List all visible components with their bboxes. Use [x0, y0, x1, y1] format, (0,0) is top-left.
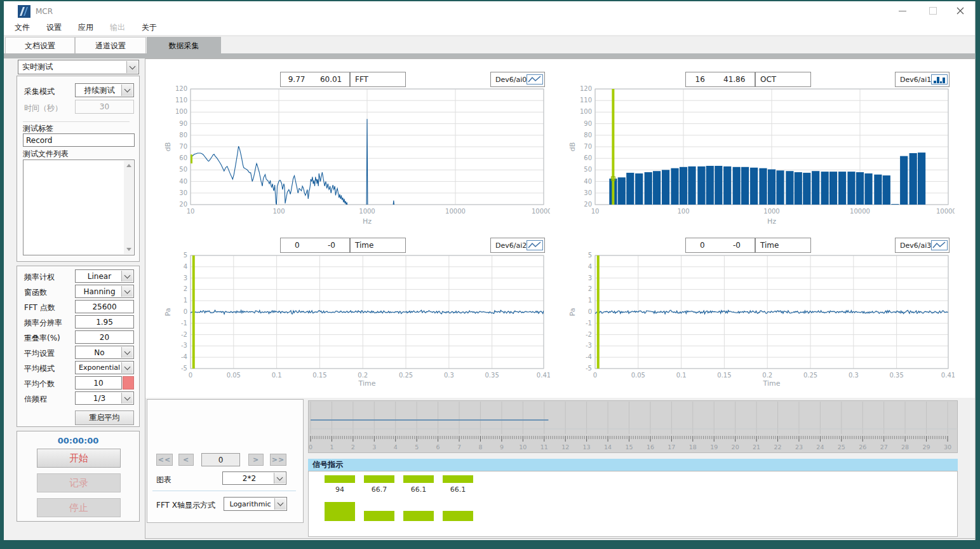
svg-text:110: 110 [175, 97, 187, 104]
menu-about[interactable]: 关于 [133, 20, 165, 36]
filelist-label: 测试文件列表 [23, 149, 69, 159]
signal-level-value: 66.1 [403, 485, 434, 494]
time-chart-ai2[interactable]: -5-4-3-2-101234500.050.10.150.20.250.30.… [163, 252, 550, 393]
svg-text:29: 29 [923, 444, 930, 451]
scroll-down-button[interactable] [124, 245, 133, 254]
svg-text:80: 80 [584, 132, 592, 139]
line-chart-icon [527, 74, 543, 85]
minimize-button[interactable] [888, 1, 917, 20]
svg-text:0.05: 0.05 [631, 372, 645, 379]
fft-points-input[interactable] [75, 300, 134, 313]
oct-channel-box[interactable]: Dev6/ai1 [895, 72, 950, 87]
nav-last-button[interactable]: >> [270, 454, 286, 466]
signal-level-bar-top [403, 475, 434, 483]
average-count-input[interactable] [75, 376, 122, 390]
nav-first-button[interactable]: << [156, 454, 173, 466]
average-mode-label: 平均模式 [24, 363, 55, 374]
svg-text:80: 80 [179, 132, 187, 139]
fft-channel-box[interactable]: Dev6/ai0 [490, 72, 545, 87]
svg-text:21: 21 [753, 444, 760, 451]
nav-prev-button[interactable]: < [178, 454, 194, 466]
overlap-input[interactable] [75, 330, 134, 344]
time2-channel-box[interactable]: Dev6/ai2 [490, 238, 545, 253]
test-file-list[interactable] [23, 159, 135, 255]
window-function-select[interactable]: Hanning [75, 285, 134, 298]
tab-document-settings[interactable]: 文档设置 [5, 37, 75, 54]
svg-text:-5: -5 [181, 365, 187, 372]
svg-text:0.15: 0.15 [312, 372, 326, 379]
svg-text:Hz: Hz [363, 217, 372, 226]
app-logo-icon [18, 5, 30, 18]
svg-text:Pa: Pa [568, 308, 577, 316]
svg-text:30: 30 [179, 189, 187, 196]
signal-level-value: 94 [325, 485, 355, 494]
record-timeline[interactable]: 0123456789101112131415161718192021222324… [308, 400, 958, 453]
svg-text:10: 10 [519, 444, 527, 451]
svg-text:Time: Time [358, 379, 376, 388]
file-list-scrollbar[interactable] [124, 161, 133, 254]
svg-text:50: 50 [584, 166, 592, 173]
fft-chart[interactable]: 2030405060708090100110120101001000100001… [163, 86, 550, 231]
svg-text:0.1: 0.1 [272, 372, 282, 379]
time3-title-box[interactable]: Time [755, 238, 811, 253]
time2-title-box[interactable]: Time [350, 238, 406, 253]
svg-text:-1: -1 [586, 320, 592, 327]
restart-average-button[interactable]: 重启平均 [75, 410, 134, 425]
svg-text:-3: -3 [586, 342, 592, 349]
nav-next-button[interactable]: > [248, 454, 264, 466]
line-chart-icon [931, 240, 948, 250]
svg-text:11: 11 [540, 444, 548, 451]
chart-layout-label: 图表 [156, 475, 171, 485]
menu-separator [4, 36, 975, 36]
svg-text:1: 1 [588, 297, 592, 304]
svg-text:3: 3 [588, 274, 592, 281]
average-count-flag [123, 376, 134, 390]
close-button[interactable] [946, 1, 975, 20]
svg-text:9: 9 [500, 444, 504, 451]
average-setting-select[interactable]: No [75, 346, 134, 359]
svg-text:12: 12 [561, 444, 569, 451]
chart-layout-select[interactable]: 2*2 [222, 471, 286, 485]
octave-chart[interactable]: 2030405060708090100110120101001000100001… [567, 86, 955, 231]
menu-application[interactable]: 应用 [70, 20, 102, 36]
svg-text:0: 0 [189, 372, 192, 379]
svg-text:0.25: 0.25 [399, 372, 413, 379]
time3-channel-box[interactable]: Dev6/ai3 [895, 238, 950, 253]
signal-level-bar-bottom [364, 511, 394, 521]
svg-text:4: 4 [184, 263, 187, 270]
svg-text:10000: 10000 [850, 208, 870, 215]
svg-text:40: 40 [179, 178, 187, 185]
svg-text:1000: 1000 [763, 208, 779, 215]
menu-file[interactable]: 文件 [6, 20, 38, 36]
freq-weighting-select[interactable]: Linear [75, 269, 134, 283]
scroll-up-button[interactable] [124, 161, 133, 170]
svg-text:10000: 10000 [445, 208, 466, 215]
svg-text:22: 22 [774, 444, 781, 451]
svg-text:0.41: 0.41 [537, 372, 550, 379]
oct-title-box[interactable]: OCT [755, 72, 811, 87]
signal-level-bar-top [443, 475, 473, 483]
freq-resolution-input[interactable] [75, 315, 134, 329]
average-mode-select[interactable]: Exponential [75, 361, 134, 374]
svg-text:15: 15 [625, 444, 633, 451]
time-chart-ai3[interactable]: -5-4-3-2-101234500.050.10.150.20.250.30.… [567, 252, 955, 393]
svg-text:2: 2 [588, 285, 592, 292]
chevron-down-icon [121, 85, 133, 96]
fft-x-axis-select[interactable]: Logarithmic [224, 497, 287, 511]
start-button[interactable]: 开始 [37, 449, 121, 468]
acq-mode-select[interactable]: 持续测试 [75, 83, 134, 97]
test-mode-select[interactable]: 实时测试 [18, 60, 139, 74]
svg-text:0.2: 0.2 [762, 372, 772, 379]
chevron-down-icon [121, 393, 133, 403]
time-label: 时间（秒） [24, 103, 62, 114]
svg-text:-4: -4 [181, 353, 187, 360]
maximize-button[interactable] [918, 1, 948, 20]
menu-settings[interactable]: 设置 [38, 20, 70, 36]
octave-select[interactable]: 1/3 [75, 391, 134, 405]
page-counter[interactable]: 0 [201, 453, 240, 466]
chevron-down-icon [121, 271, 133, 281]
record-name-input[interactable] [23, 133, 135, 147]
fft-title-box[interactable]: FFT [350, 72, 406, 87]
tab-channel-settings[interactable]: 通道设置 [75, 37, 146, 54]
tab-data-acquisition[interactable]: 数据采集 [147, 37, 221, 54]
